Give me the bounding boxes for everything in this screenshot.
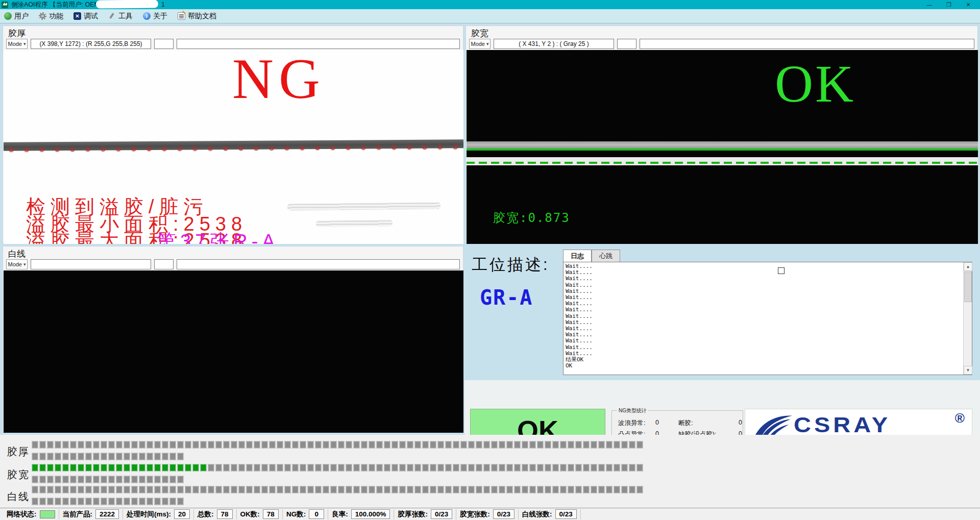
minimize-button[interactable]: — bbox=[920, 0, 939, 9]
indicator-cell bbox=[591, 441, 597, 449]
indicator-cell bbox=[483, 441, 490, 449]
indicator-cell bbox=[583, 486, 590, 493]
indicator-cell bbox=[269, 464, 276, 472]
log-checkbox[interactable] bbox=[778, 267, 785, 274]
white-line-message-field[interactable] bbox=[177, 259, 460, 269]
indicator-cell bbox=[85, 441, 92, 449]
white-line-mode-dropdown[interactable]: Mode bbox=[6, 259, 28, 269]
menu-item-help-docs[interactable]: 帮助文档 bbox=[178, 12, 216, 21]
white-line-toolbar: Mode bbox=[3, 258, 463, 270]
window-title-tail: 1 bbox=[161, 1, 165, 8]
indicator-row bbox=[32, 486, 644, 493]
indicator-cell bbox=[85, 486, 92, 493]
indicator-cell bbox=[93, 498, 100, 505]
indicator-cell bbox=[78, 453, 84, 460]
indicator-cell bbox=[315, 464, 322, 472]
indicator-cell bbox=[391, 486, 398, 493]
maximize-button[interactable]: ❐ bbox=[939, 0, 959, 9]
status-label: 胶宽张数: bbox=[460, 510, 490, 519]
scroll-down-icon[interactable]: ▼ bbox=[964, 366, 972, 375]
log-entry: Wait.... bbox=[566, 338, 962, 344]
status-value: 100.000% bbox=[351, 509, 390, 519]
log-entry: Wait.... bbox=[566, 263, 962, 269]
menu-item-debug[interactable]: ✕ 调试 bbox=[74, 12, 98, 21]
menu-item-about[interactable]: i 关于 bbox=[143, 12, 167, 21]
ng-result-text: NG bbox=[232, 53, 325, 104]
glue-width-message-field[interactable] bbox=[640, 39, 974, 49]
glue-width-pixel-readout[interactable]: ( X 431, Y 2 ) : ( Gray 25 ) bbox=[494, 39, 614, 49]
indicator-cell-done bbox=[116, 464, 122, 472]
wrench-icon bbox=[108, 12, 116, 20]
indicator-cell bbox=[208, 441, 214, 449]
info-icon: i bbox=[143, 12, 151, 20]
indicator-cell bbox=[238, 486, 245, 493]
indicator-cell bbox=[78, 441, 84, 449]
panel-glue-thickness: 胶厚 Mode (X 398,Y 1272) : (R 255,G 255,B … bbox=[3, 26, 463, 244]
scrollbar-thumb[interactable] bbox=[964, 271, 972, 302]
glue-width-image-view[interactable]: OK 胶宽:0.873 bbox=[467, 50, 978, 244]
glue-width-small-field[interactable] bbox=[617, 39, 636, 49]
glue-thickness-small-field[interactable] bbox=[154, 39, 174, 49]
indicator-cell bbox=[116, 441, 122, 449]
glue-thickness-message-field[interactable] bbox=[177, 39, 460, 49]
white-line-image-view[interactable] bbox=[4, 270, 463, 433]
indicator-cell bbox=[169, 476, 176, 483]
indicator-cell bbox=[583, 441, 590, 449]
indicator-cell bbox=[246, 464, 253, 472]
indicator-cell bbox=[32, 486, 38, 493]
indicator-cell bbox=[70, 453, 77, 460]
indicator-cell bbox=[453, 464, 459, 472]
indicator-cell bbox=[560, 486, 567, 493]
indicator-group-label: 胶宽 bbox=[7, 468, 30, 482]
tab-log[interactable]: 日志 bbox=[563, 250, 592, 262]
station-description-label: 工位描述: bbox=[472, 254, 550, 276]
indicator-cell bbox=[330, 464, 337, 472]
indicator-cell bbox=[101, 453, 107, 460]
indicator-cell bbox=[499, 464, 505, 472]
white-line-small-field[interactable] bbox=[154, 259, 174, 269]
indicator-cell-done bbox=[78, 464, 84, 472]
indicator-cell-done bbox=[124, 464, 130, 472]
indicator-cell bbox=[445, 464, 452, 472]
log-scrollbar[interactable]: ▲ ▼ bbox=[963, 262, 972, 375]
log-listbox[interactable]: Wait....Wait....Wait....Wait....Wait....… bbox=[563, 262, 972, 375]
glue-thickness-pixel-readout[interactable]: (X 398,Y 1272) : (R 255,G 255,B 255) bbox=[31, 39, 151, 49]
menu-label: 工具 bbox=[118, 12, 133, 21]
indicator-cell bbox=[414, 486, 421, 493]
indicator-cell bbox=[185, 486, 191, 493]
status-label: 总数: bbox=[198, 510, 214, 519]
close-button[interactable]: ✕ bbox=[959, 0, 978, 9]
indicator-cell-done bbox=[192, 464, 199, 472]
indicator-cell-done bbox=[139, 464, 145, 472]
indicator-cell bbox=[422, 441, 429, 449]
indicator-cell bbox=[131, 486, 138, 493]
indicator-cell bbox=[323, 486, 329, 493]
indicator-cell bbox=[277, 441, 283, 449]
glue-thickness-image-view[interactable]: NG 检测到溢胶/脏污 溢胶最小面积:2538 溢胶最大面积:2538 第37张… bbox=[4, 50, 463, 244]
indicator-cell bbox=[399, 441, 406, 449]
status-value: 0 bbox=[309, 509, 324, 519]
indicator-cell bbox=[453, 486, 459, 493]
menu-item-function[interactable]: 功能 bbox=[39, 12, 63, 21]
indicator-cell-done bbox=[85, 464, 92, 472]
menu-item-tools[interactable]: 工具 bbox=[108, 12, 133, 21]
indicator-cell-done bbox=[200, 464, 207, 472]
scroll-up-icon[interactable]: ▲ bbox=[964, 262, 972, 271]
indicator-cell bbox=[131, 498, 138, 505]
indicator-cell bbox=[101, 498, 107, 505]
menu-item-user[interactable]: 用户 bbox=[4, 12, 29, 21]
tab-heartbeat[interactable]: 心跳 bbox=[592, 250, 620, 262]
indicator-cell bbox=[323, 464, 329, 472]
indicator-cell bbox=[430, 441, 436, 449]
indicator-cell-done bbox=[146, 464, 153, 472]
defect-message-1: 检测到溢胶/脏污 bbox=[26, 198, 208, 215]
white-line-pixel-readout[interactable] bbox=[31, 259, 151, 269]
indicator-cell bbox=[545, 486, 551, 493]
stat-label: 断胶: bbox=[678, 419, 693, 427]
glue-thickness-mode-dropdown[interactable]: Mode bbox=[6, 39, 28, 49]
log-entry: Wait.... bbox=[566, 301, 962, 307]
indicator-cell bbox=[62, 476, 69, 483]
indicator-cell bbox=[254, 486, 260, 493]
glue-width-mode-dropdown[interactable]: Mode bbox=[469, 39, 491, 49]
stat-value: 0 bbox=[739, 419, 742, 426]
